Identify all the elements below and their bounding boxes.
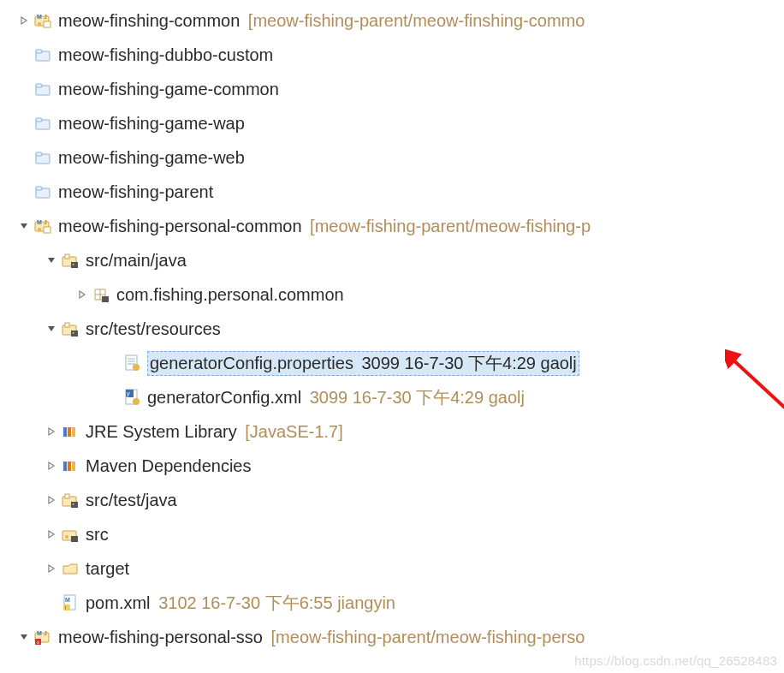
svg-text:J: J (44, 14, 47, 20)
svg-rect-27 (102, 296, 109, 302)
library-icon (62, 423, 79, 440)
tree-item-label: meow-fishing-parent (58, 182, 213, 201)
tree-item-meta: 3099 16-7-30 下午4:29 gaolj (357, 354, 577, 372)
tree-item-label: meow-fishing-game-common (58, 80, 279, 98)
expand-arrow-down-icon[interactable] (17, 219, 31, 233)
tree-item-meta: 3099 16-7-30 下午4:29 gaolj (305, 388, 525, 407)
tree-item-label: com.fishing.personal.common (116, 285, 344, 304)
expand-arrow-right-icon[interactable] (75, 288, 89, 301)
svg-rect-53 (71, 536, 78, 542)
svg-rect-3 (44, 21, 50, 27)
tree-item-label: generatorConfig.properties (150, 354, 353, 372)
tree-item[interactable]: M!pom.xml 3102 16-7-30 下午6:55 jiangyin (0, 586, 784, 620)
tree-item[interactable]: meow-fishing-parent (0, 175, 784, 209)
svg-rect-6 (36, 50, 42, 53)
tree-item[interactable]: meow-fishing-dubbo-custom (0, 38, 784, 72)
xml-file-icon: y (123, 389, 140, 406)
tree-item[interactable]: *src/test/resources (0, 312, 784, 346)
watermark: https://blog.csdn.net/qq_26528483 (574, 653, 777, 668)
expand-arrow-right-icon[interactable] (45, 425, 58, 438)
tree-item[interactable]: src (0, 517, 784, 551)
tree-item[interactable]: target (0, 551, 784, 586)
svg-rect-10 (36, 118, 42, 122)
svg-rect-29 (65, 323, 69, 327)
svg-text:M: M (37, 219, 42, 225)
tree-item[interactable]: generatorConfig.properties 3099 16-7-30 … (0, 346, 784, 380)
tree-item-meta: 3102 16-7-30 下午6:55 jiangyin (154, 593, 395, 612)
svg-text:y: y (126, 390, 130, 397)
project-explorer-tree[interactable]: MJmeow-finshing-common [meow-fishing-par… (0, 3, 784, 654)
tree-item-meta: [meow-fishing-parent/meow-finshing-commo (243, 11, 585, 30)
tree-item-label: src (86, 525, 109, 544)
svg-text:J: J (44, 630, 47, 636)
tree-item-label: meow-finshing-common (58, 11, 240, 30)
mj-project-icon: MJ (34, 12, 51, 29)
tree-item-label: src/test/java (86, 491, 177, 509)
mj-project-err-icon: MJx (34, 628, 51, 646)
tree-item-label: meow-fishing-game-wap (58, 114, 245, 133)
src-folder-icon: * (62, 252, 79, 269)
svg-rect-43 (72, 427, 75, 437)
svg-rect-12 (36, 152, 42, 156)
svg-rect-44 (63, 462, 67, 471)
tree-item[interactable]: meow-fishing-game-common (0, 72, 784, 106)
tree-item[interactable]: meow-fishing-game-wap (0, 106, 784, 140)
pom-file-icon: M! (62, 594, 79, 611)
expand-arrow-right-icon[interactable] (45, 527, 58, 541)
tree-item-label: src/main/java (86, 251, 187, 270)
svg-point-52 (65, 535, 68, 539)
svg-point-19 (38, 228, 41, 231)
svg-point-4 (38, 22, 41, 26)
expand-arrow-right-icon[interactable] (45, 459, 58, 473)
src-folder-plain-icon (62, 526, 79, 543)
svg-text:x: x (37, 640, 39, 645)
tree-item-label: meow-fishing-game-web (58, 148, 245, 167)
tree-item[interactable]: JRE System Library [JavaSE-1.7] (0, 414, 784, 449)
tree-item-meta: [meow-fishing-parent/meow-fishing-p (306, 217, 591, 235)
svg-rect-41 (63, 427, 67, 437)
expand-arrow-down-icon[interactable] (17, 630, 31, 644)
svg-point-40 (133, 398, 140, 405)
tree-item[interactable]: ygeneratorConfig.xml 3099 16-7-30 下午4:29… (0, 380, 784, 414)
svg-text:J: J (44, 219, 47, 225)
prop-file-icon (123, 354, 140, 372)
tree-item-label: Maven Dependencies (86, 456, 251, 475)
tree-item[interactable]: *src/test/java (0, 483, 784, 517)
svg-text:M: M (65, 597, 70, 603)
svg-rect-14 (36, 187, 42, 190)
tree-item-label: target (86, 559, 129, 578)
tree-item-label: meow-fishing-personal-common (58, 217, 302, 235)
library-icon (62, 457, 79, 474)
expand-arrow-down-icon[interactable] (45, 253, 58, 267)
tree-item-meta: [meow-fishing-parent/meow-fishing-perso (266, 628, 585, 646)
tree-item[interactable]: MJxmeow-fishing-personal-sso [meow-fishi… (0, 620, 784, 654)
tree-item-label: meow-fishing-dubbo-custom (58, 45, 273, 64)
tree-item-label: pom.xml (86, 593, 151, 612)
folder-closed-icon (34, 46, 51, 63)
expand-arrow-right-icon[interactable] (45, 493, 58, 507)
tree-item[interactable]: *src/main/java (0, 243, 784, 277)
mj-project-icon: MJ (34, 217, 51, 235)
svg-rect-21 (65, 254, 69, 259)
svg-point-36 (133, 364, 140, 371)
tree-item-label: JRE System Library (86, 422, 237, 441)
tree-item[interactable]: Maven Dependencies (0, 449, 784, 483)
expand-arrow-right-icon[interactable] (17, 14, 31, 27)
tree-item[interactable]: meow-fishing-game-web (0, 140, 784, 175)
expand-arrow-down-icon[interactable] (45, 322, 58, 336)
svg-text:M: M (37, 630, 42, 636)
tree-item-label: src/test/resources (86, 319, 221, 338)
svg-rect-42 (68, 427, 71, 437)
folder-closed-icon (34, 149, 51, 166)
tree-item[interactable]: MJmeow-finshing-common [meow-fishing-par… (0, 3, 784, 38)
tree-item-label: generatorConfig.xml (147, 388, 301, 407)
folder-closed-icon (34, 183, 51, 200)
package-icon (92, 286, 110, 303)
folder-closed-icon (34, 80, 51, 98)
tree-item[interactable]: com.fishing.personal.common (0, 277, 784, 312)
tree-item[interactable]: MJmeow-fishing-personal-common [meow-fis… (0, 209, 784, 243)
expand-arrow-right-icon[interactable] (45, 562, 58, 575)
src-folder-icon: * (62, 320, 79, 337)
svg-rect-8 (36, 84, 42, 87)
svg-rect-45 (68, 462, 71, 471)
